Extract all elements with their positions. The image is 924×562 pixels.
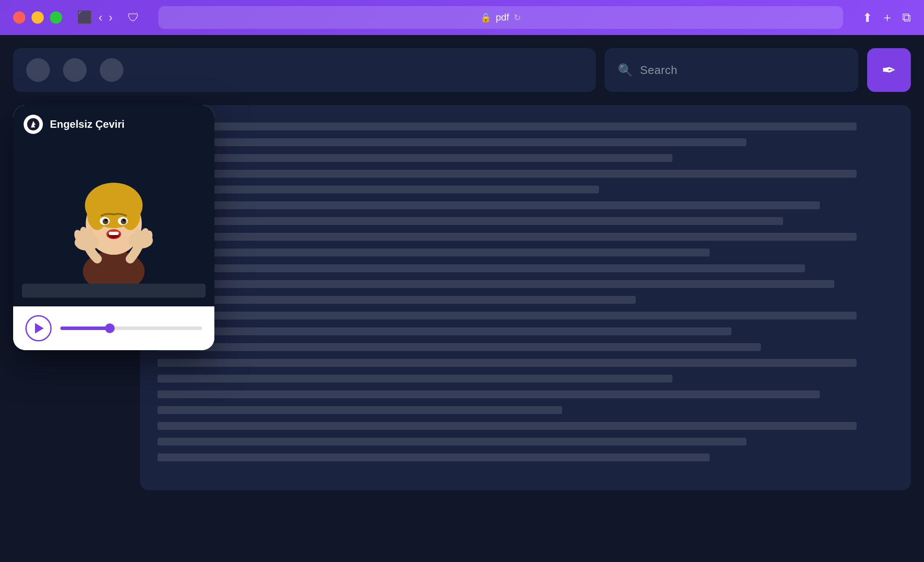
- new-tab-icon[interactable]: ＋: [881, 9, 893, 26]
- pdf-line: [158, 406, 562, 414]
- share-icon[interactable]: ⬆: [862, 11, 872, 25]
- traffic-lights: [13, 11, 62, 24]
- pdf-line: [158, 375, 672, 383]
- toolbar-dot-1: [26, 58, 50, 82]
- pdf-line: [158, 264, 805, 272]
- search-placeholder: Search: [640, 63, 677, 77]
- svg-rect-7: [89, 201, 139, 214]
- media-controls: [13, 306, 214, 350]
- svg-point-24: [135, 228, 142, 239]
- minimize-button[interactable]: [32, 11, 44, 24]
- progress-thumb[interactable]: [105, 323, 115, 333]
- pdf-line: [158, 186, 599, 193]
- browser-chrome: ⬛ ‹ › 🛡 🔒 pdf ↻ ⬆ ＋ ⧉: [0, 0, 924, 35]
- pdf-line: [158, 390, 820, 398]
- tabs-icon[interactable]: ⧉: [902, 11, 911, 25]
- media-card-video: Engelsiz Çeviri: [13, 105, 214, 306]
- media-card-header: Engelsiz Çeviri: [13, 105, 214, 144]
- lock-icon: 🔒: [480, 12, 491, 23]
- pdf-line: [158, 359, 857, 367]
- pdf-viewer: [140, 105, 911, 490]
- pdf-line: [158, 453, 710, 461]
- browser-controls: ⬛ ‹ ›: [77, 11, 113, 24]
- sign-language-avatar: [52, 144, 175, 284]
- reload-icon: ↻: [514, 12, 521, 23]
- play-icon: [35, 323, 44, 334]
- browser-actions: ⬆ ＋ ⧉: [862, 9, 911, 26]
- pdf-line: [158, 312, 857, 320]
- feather-button[interactable]: ✒: [867, 48, 911, 92]
- media-card-title: Engelsiz Çeviri: [50, 118, 125, 130]
- toolbar-dot-3: [100, 58, 123, 82]
- pdf-line: [158, 154, 672, 162]
- brand-logo-svg: [27, 118, 40, 131]
- pdf-line: [158, 249, 710, 256]
- top-toolbar: 🔍 Search ✒: [13, 48, 911, 92]
- address-bar[interactable]: 🔒 pdf ↻: [158, 6, 843, 29]
- pdf-line: [158, 123, 857, 130]
- back-icon[interactable]: ‹: [98, 11, 102, 24]
- url-text: pdf: [496, 12, 509, 23]
- svg-point-13: [123, 219, 126, 221]
- pdf-line: [158, 296, 636, 304]
- forward-icon[interactable]: ›: [108, 11, 112, 24]
- subtitle-bar: [22, 284, 206, 298]
- sidebar-toggle-icon[interactable]: ⬛: [77, 11, 92, 24]
- shield-icon: 🛡: [128, 11, 139, 25]
- search-bar[interactable]: 🔍 Search: [605, 48, 858, 92]
- main-area: Engelsiz Çeviri: [13, 105, 911, 490]
- close-button[interactable]: [13, 11, 25, 24]
- pdf-line: [158, 343, 761, 351]
- feather-icon: ✒: [882, 60, 896, 80]
- pdf-line: [158, 438, 746, 446]
- media-card: Engelsiz Çeviri: [13, 105, 214, 350]
- toolbar-dot-2: [63, 58, 87, 82]
- play-button[interactable]: [25, 315, 52, 341]
- search-icon: 🔍: [618, 63, 633, 77]
- pdf-line: [158, 217, 783, 225]
- svg-point-20: [87, 228, 93, 240]
- progress-bar[interactable]: [60, 327, 202, 330]
- maximize-button[interactable]: [50, 11, 62, 24]
- pdf-line: [158, 280, 834, 288]
- svg-point-12: [105, 219, 107, 221]
- svg-rect-16: [109, 232, 119, 235]
- pdf-line: [158, 422, 857, 430]
- pdf-line: [158, 201, 820, 209]
- avatar-area: [13, 144, 214, 284]
- pdf-line: [158, 170, 857, 178]
- pdf-line: [158, 327, 732, 335]
- media-logo-icon: [24, 115, 43, 134]
- progress-fill: [60, 327, 110, 330]
- toolbar-left: [13, 48, 596, 92]
- pdf-line: [158, 138, 746, 146]
- pdf-line: [158, 233, 857, 241]
- page-content: 🔍 Search ✒ Engelsiz Çeviri: [0, 35, 924, 562]
